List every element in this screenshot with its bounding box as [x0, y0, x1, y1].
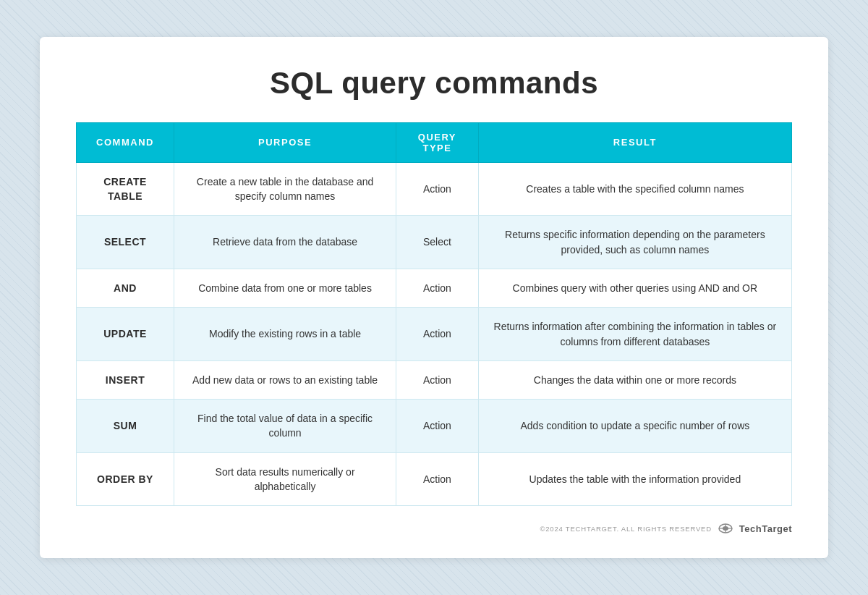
techtarget-icon — [718, 520, 733, 536]
table-row: CREATE TABLECreate a new table in the da… — [77, 162, 792, 216]
table-row: SELECTRetrieve data from the databaseSel… — [77, 216, 792, 269]
header-purpose: PURPOSE — [174, 122, 396, 162]
cell-result: Updates the table with the information p… — [478, 452, 791, 506]
cell-command: CREATE TABLE — [77, 162, 174, 216]
cell-result: Combines query with other queries using … — [478, 269, 791, 307]
table-header-row: COMMAND PURPOSE QUERY TYPE RESULT — [77, 122, 792, 162]
table-row: UPDATEModify the existing rows in a tabl… — [77, 308, 792, 361]
cell-purpose: Create a new table in the database and s… — [174, 162, 396, 216]
cell-result: Returns specific information depending o… — [478, 216, 791, 269]
header-command: COMMAND — [77, 122, 174, 162]
table-row: SUMFind the total value of data in a spe… — [77, 400, 792, 453]
footer-brand: TechTarget — [739, 523, 792, 534]
cell-result: Adds condition to update a specific numb… — [478, 400, 791, 453]
cell-query_type: Action — [396, 162, 479, 216]
page-title: SQL query commands — [76, 66, 792, 101]
cell-command: ORDER BY — [77, 452, 174, 506]
footer: ©2024 TECHTARGET. ALL RIGHTS RESERVED Te… — [76, 520, 792, 536]
table-row: ORDER BYSort data results numerically or… — [77, 452, 792, 506]
header-query-type: QUERY TYPE — [396, 122, 479, 162]
cell-purpose: Sort data results numerically or alphabe… — [174, 452, 396, 506]
cell-purpose: Find the total value of data in a specif… — [174, 400, 396, 453]
cell-query_type: Select — [396, 216, 479, 269]
cell-query_type: Action — [396, 308, 479, 361]
cell-command: INSERT — [77, 360, 174, 399]
cell-result: Returns information after combining the … — [478, 308, 791, 361]
cell-result: Changes the data within one or more reco… — [478, 360, 791, 399]
cell-result: Creates a table with the specified colum… — [478, 162, 791, 216]
main-card: SQL query commands COMMAND PURPOSE QUERY… — [40, 37, 828, 559]
cell-query_type: Action — [396, 269, 479, 307]
cell-command: SELECT — [77, 216, 174, 269]
cell-command: UPDATE — [77, 308, 174, 361]
cell-purpose: Retrieve data from the database — [174, 216, 396, 269]
cell-query_type: Action — [396, 452, 479, 506]
cell-purpose: Combine data from one or more tables — [174, 269, 396, 307]
cell-purpose: Add new data or rows to an existing tabl… — [174, 360, 396, 399]
footer-copyright: ©2024 TECHTARGET. ALL RIGHTS RESERVED — [540, 525, 711, 533]
header-result: RESULT — [478, 122, 791, 162]
cell-query_type: Action — [396, 360, 479, 399]
table-row: INSERTAdd new data or rows to an existin… — [77, 360, 792, 399]
cell-command: AND — [77, 269, 174, 307]
cell-purpose: Modify the existing rows in a table — [174, 308, 396, 361]
cell-query_type: Action — [396, 400, 479, 453]
cell-command: SUM — [77, 400, 174, 453]
sql-commands-table: COMMAND PURPOSE QUERY TYPE RESULT CREATE… — [76, 122, 792, 507]
table-row: ANDCombine data from one or more tablesA… — [77, 269, 792, 307]
